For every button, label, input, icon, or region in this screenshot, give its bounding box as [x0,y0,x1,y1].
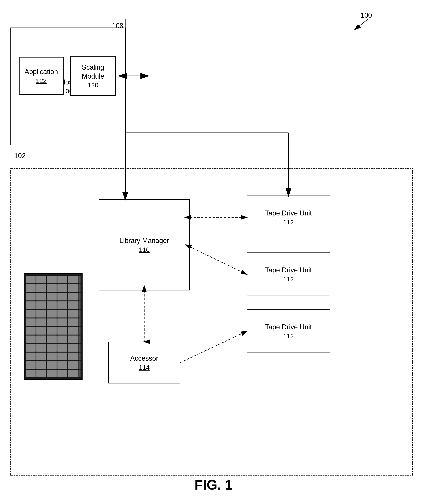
scaling-module-num: 120 [88,81,99,89]
accessor-num: 114 [139,364,150,371]
scaling-module-box: ScalingModule 120 [70,56,116,96]
figure-label: FIG. 1 [0,477,427,493]
application-box: Application 122 [19,57,64,95]
application-num: 122 [36,77,47,84]
tape-drive-2-label: Tape Drive Unit [265,266,312,275]
tape-rack [24,273,83,380]
tape-drive-2-box: Tape Drive Unit 112 [247,252,330,296]
library-manager-num: 110 [139,246,150,253]
tape-drive-1-label: Tape Drive Unit [265,209,312,218]
tape-drive-3-box: Tape Drive Unit 112 [247,309,330,353]
library-manager-label: Library Manager [119,236,169,245]
tape-drive-1-num: 112 [283,219,294,226]
library-manager-box: Library Manager 110 [99,199,190,290]
application-label: Application [24,67,58,76]
tape-drive-2-num: 112 [283,275,294,283]
scaling-module-label: ScalingModule [82,63,104,81]
tape-drive-1-box: Tape Drive Unit 112 [247,196,330,239]
diagram: 100 108 102 115 116 Host 106 Application… [0,0,427,504]
accessor-box: Accessor 114 [108,342,180,383]
tape-drive-3-label: Tape Drive Unit [265,323,312,332]
accessor-label: Accessor [130,354,158,363]
tape-drive-3-num: 112 [283,332,294,340]
svg-line-5 [355,19,368,30]
ref-100-label: 100 [361,11,372,19]
ref-102-label: 102 [14,152,26,160]
